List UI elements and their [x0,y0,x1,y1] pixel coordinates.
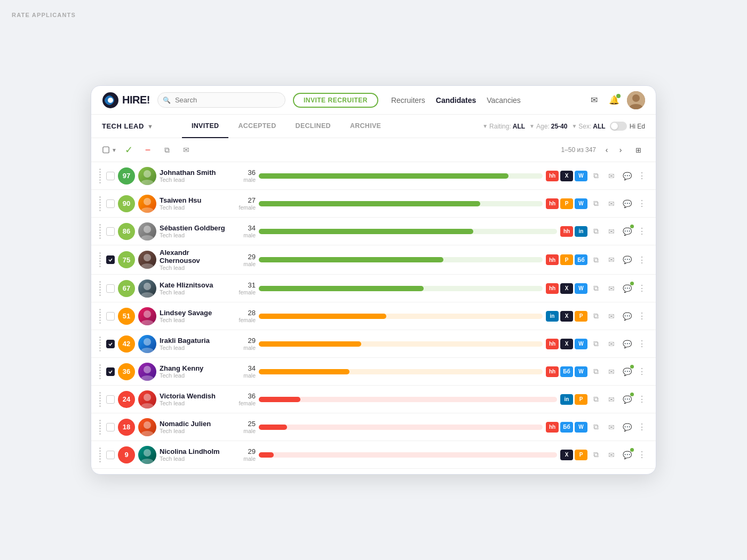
more-actions-button[interactable]: ⋮ [635,255,648,265]
source-badge[interactable]: P [560,198,573,209]
more-actions-button[interactable]: ⋮ [635,422,648,432]
chat-action-icon[interactable]: 💬 [620,365,634,379]
drag-handle[interactable] [97,337,103,351]
more-actions-button[interactable]: ⋮ [635,198,648,209]
invite-recruiter-button[interactable]: INVITE RECRUITER [293,93,378,108]
copy-action-icon[interactable]: ⧉ [589,448,603,462]
row-checkbox[interactable] [106,284,115,293]
list-view-button[interactable]: ⊞ [631,143,645,157]
row-checkbox[interactable] [106,312,115,321]
email-action-icon[interactable]: ✉ [605,309,618,323]
source-badge[interactable]: hh [560,226,573,237]
tab-archive[interactable]: ARCHIVE [340,115,391,138]
email-action-icon[interactable]: ✉ [605,393,618,406]
copy-icon[interactable]: ⧉ [160,142,174,157]
email-action-icon[interactable]: ✉ [605,420,618,434]
select-all-dropdown[interactable]: ▼ [102,142,117,157]
filter-rating[interactable]: ▼ Raiting: ALL [482,123,525,130]
source-badge[interactable]: X [560,339,573,349]
more-actions-button[interactable]: ⋮ [635,366,648,377]
prev-page-button[interactable]: ‹ [600,143,613,156]
row-checkbox[interactable] [106,199,115,208]
chat-action-icon[interactable]: 💬 [620,253,634,267]
tab-declined[interactable]: DECLINED [286,115,340,138]
row-checkbox[interactable] [106,451,115,459]
source-badge[interactable]: X [560,171,573,181]
source-badge[interactable]: W [575,171,587,181]
nav-vacancies[interactable]: Vacancies [487,96,521,105]
next-page-button[interactable]: › [614,143,627,156]
logo[interactable]: HIRE! [102,92,150,109]
search-input[interactable] [157,92,285,108]
source-badge[interactable]: hh [546,339,559,349]
email-action-icon[interactable]: ✉ [605,337,618,351]
chat-action-icon[interactable]: 💬 [620,169,634,183]
drag-handle[interactable] [97,224,103,239]
row-checkbox[interactable] [106,367,115,376]
source-badge[interactable]: in [575,226,587,237]
drag-handle[interactable] [97,281,103,296]
chat-action-icon[interactable]: 💬 [620,309,634,323]
nav-recruiters[interactable]: Recruiters [391,96,425,105]
tab-invited[interactable]: INVITED [182,115,228,138]
email-action-icon[interactable]: ✉ [605,225,618,238]
more-actions-button[interactable]: ⋮ [635,171,648,181]
source-badge[interactable]: W [575,283,587,294]
source-badge[interactable]: P [560,254,573,265]
source-badge[interactable]: hh [546,198,559,209]
drag-handle[interactable] [97,252,103,267]
email-action-icon[interactable]: ✉ [605,448,618,462]
drag-handle[interactable] [97,309,103,324]
bell-icon[interactable]: 🔔 [607,93,622,108]
drag-handle[interactable] [97,169,103,183]
source-badge[interactable]: hh [546,366,559,377]
drag-handle[interactable] [97,392,103,407]
source-badge[interactable]: W [575,422,587,433]
source-badge[interactable]: in [546,311,559,322]
source-badge[interactable]: Бб [560,366,573,377]
chat-action-icon[interactable]: 💬 [620,448,634,462]
copy-action-icon[interactable]: ⧉ [589,169,603,183]
row-checkbox[interactable] [106,423,115,431]
approve-icon[interactable]: ✓ [121,142,136,157]
more-actions-button[interactable]: ⋮ [635,394,648,404]
source-badge[interactable]: Бб [575,254,587,265]
copy-action-icon[interactable]: ⧉ [589,197,603,211]
toggle-track[interactable] [610,122,627,131]
drag-handle[interactable] [97,364,103,379]
source-badge[interactable]: in [560,394,573,405]
more-actions-button[interactable]: ⋮ [635,226,648,236]
tab-accepted[interactable]: ACCEPTED [228,115,285,138]
drag-handle[interactable] [97,196,103,211]
row-checkbox[interactable] [106,172,115,180]
decline-icon[interactable]: − [140,142,155,157]
copy-action-icon[interactable]: ⧉ [589,420,603,434]
email-action-icon[interactable]: ✉ [605,365,618,379]
copy-action-icon[interactable]: ⧉ [589,337,603,351]
source-badge[interactable]: X [560,283,573,294]
hied-toggle[interactable]: Hi Ed [610,122,645,131]
source-badge[interactable]: hh [546,422,559,433]
copy-action-icon[interactable]: ⧉ [589,365,603,379]
filter-sex[interactable]: ▼ Sex: ALL [571,123,605,130]
drag-handle[interactable] [97,447,103,462]
user-avatar[interactable] [627,91,645,109]
copy-action-icon[interactable]: ⧉ [589,282,603,295]
source-badge[interactable]: P [575,450,587,460]
source-badge[interactable]: P [575,394,587,405]
copy-action-icon[interactable]: ⧉ [589,309,603,323]
source-badge[interactable]: X [560,450,573,460]
chat-action-icon[interactable]: 💬 [620,225,634,238]
chat-action-icon[interactable]: 💬 [620,337,634,351]
role-select[interactable]: TECH LEAD ▼ [102,122,177,130]
copy-action-icon[interactable]: ⧉ [589,393,603,406]
source-badge[interactable]: W [575,366,587,377]
source-badge[interactable]: X [560,311,573,322]
chat-action-icon[interactable]: 💬 [620,282,634,295]
chat-action-icon[interactable]: 💬 [620,420,634,434]
mail-icon[interactable]: ✉ [586,93,601,108]
drag-handle[interactable] [97,420,103,435]
row-checkbox[interactable] [106,340,115,348]
email-action-icon[interactable]: ✉ [605,197,618,211]
copy-action-icon[interactable]: ⧉ [589,225,603,238]
